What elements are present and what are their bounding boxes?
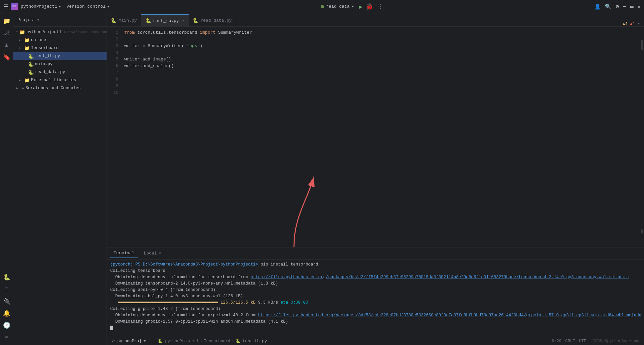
debug-button[interactable]: 🐞 <box>366 3 373 10</box>
terminal-icon-side[interactable]: ⌨ <box>2 332 12 342</box>
arrow-icon: ▾ <box>16 30 18 34</box>
clock-icon[interactable]: 🕐 <box>2 320 12 330</box>
git-icon[interactable]: ⎇ <box>2 28 12 38</box>
icon-bar-bottom: 🐍 ≡ 🔌 🔔 🕐 ⌨ <box>2 272 12 345</box>
tab-test-tb-py[interactable]: 🐍 test_tb.py × <box>141 14 189 26</box>
tab-terminal[interactable]: Terminal <box>110 249 138 258</box>
code-line-8 <box>124 76 644 83</box>
close-button[interactable]: ✕ <box>637 3 641 10</box>
code-line-3: writer = SummaryWriter("logs") <box>124 43 644 49</box>
warning-count-yellow: ▲4 <box>623 22 627 26</box>
status-bar: ⎇ pythonProject1 🐍 pythonProject1 › Tens… <box>107 337 644 345</box>
version-control-button[interactable]: Version control ▾ <box>66 4 110 9</box>
terminal-tab-label: Terminal <box>114 250 134 255</box>
maximize-button[interactable]: ▭ <box>630 3 634 10</box>
tree-item-main[interactable]: 🐍 main.py <box>13 60 107 68</box>
terminal-content: (pytorch) PS D:\Softwares\Anaconda3\Proj… <box>107 260 644 337</box>
tab-label: read_data.py <box>200 18 232 23</box>
file-icon: 🐍 <box>145 18 151 24</box>
tab-label: main.py <box>119 18 137 23</box>
tree-item-tensorboard[interactable]: ▾ 📁 Tensorboard <box>13 44 107 52</box>
tree-item-pythonProject1[interactable]: ▾ 📁 pythonProject1 D:\Softwares\Anaconda… <box>13 28 107 36</box>
code-content: from torch.utils.tensorboard import Summ… <box>120 27 644 247</box>
terminal-cursor <box>110 326 113 330</box>
link-1[interactable]: https://files.pythonhosted.org/packages/… <box>251 275 629 280</box>
line-numbers: 1234 5678 910 <box>107 27 120 247</box>
warning-count-red: ▲1 <box>630 22 635 26</box>
tab-read-data-py[interactable]: 🐍 read_data.py <box>189 14 236 26</box>
sidebar-header: Project ▾ <box>13 13 107 27</box>
sidebar-content: ▾ 📁 pythonProject1 D:\Softwares\Anaconda… <box>13 27 107 345</box>
editor-wrapper: 🐍 main.py 🐍 test_tb.py × 🐍 read_data.py … <box>107 13 644 345</box>
arrow-icon: ▶ <box>19 78 23 82</box>
title-bar-right: 👤 🔍 ⚙ — ▭ ✕ <box>594 3 641 10</box>
structure-icon[interactable]: ⊞ <box>2 40 12 50</box>
tab-main-py[interactable]: 🐍 main.py <box>107 14 141 26</box>
more-run-options[interactable]: ⋮ <box>378 3 383 10</box>
project-name-button[interactable]: pythonProject1 ▾ <box>21 4 61 9</box>
arrow-icon: ▶ <box>19 38 23 42</box>
tree-item-scratches[interactable]: ▶ ≡ Scratches and Consoles <box>13 84 107 92</box>
layers-icon[interactable]: ≡ <box>2 284 12 294</box>
git-branch[interactable]: ⎇ pythonProject1 <box>110 339 151 344</box>
breadcrumb-part-1[interactable]: 🐍 pythonProject1 <box>158 339 199 344</box>
breadcrumb-part-2[interactable]: Tensorboard <box>204 339 230 344</box>
code-line-1: from torch.utils.tensorboard import Summ… <box>124 29 644 36</box>
warnings-chevron[interactable]: ▾ <box>638 21 640 26</box>
term-line-progress: 126.5/126.5 kB 9.3 kB/s eta 0:00:00 <box>110 300 641 306</box>
hamburger-icon[interactable]: ☰ <box>3 3 8 10</box>
tree-item-test-tb[interactable]: 🐍 test_tb.py <box>13 52 107 60</box>
breadcrumb-part-3[interactable]: 🐍 test_tb.py <box>235 339 267 344</box>
local-tab-close[interactable]: × <box>159 251 161 255</box>
file-icon: 🐍 <box>193 18 198 23</box>
run-button[interactable]: ▶ <box>359 3 362 10</box>
term-line-1: (pytorch) PS D:\Softwares\Anaconda3\Proj… <box>110 262 641 268</box>
project-icon[interactable]: 📁 <box>2 16 12 26</box>
tree-item-external-libraries[interactable]: ▶ 📁 External Libraries <box>13 76 107 84</box>
scrollbar-marker-1 <box>641 229 643 233</box>
plugin-icon[interactable]: 🔌 <box>2 296 12 306</box>
python-icon[interactable]: 🐍 <box>2 272 12 282</box>
title-bar: ☰ PP pythonProject1 ▾ Version control ▾ … <box>0 0 644 13</box>
minimize-button[interactable]: — <box>623 4 626 10</box>
progress-bar <box>118 302 218 303</box>
term-line-5: Collecting absl-py>=0.4 (from tensorboar… <box>110 287 641 293</box>
status-left: ⎇ pythonProject1 <box>110 339 151 344</box>
profile-icon[interactable]: 👤 <box>594 3 601 10</box>
tab-close-button[interactable]: × <box>182 19 185 23</box>
term-line-8: Obtaining dependency information for grp… <box>110 312 641 319</box>
bookmarks-icon[interactable]: 🔖 <box>2 52 12 62</box>
icon-bar: 📁 ⎇ ⊞ 🔖 🐍 ≡ 🔌 🔔 🕐 ⌨ <box>0 13 13 345</box>
code-line-2 <box>124 36 644 43</box>
breadcrumb: 🐍 pythonProject1 › Tensorboard › 🐍 test_… <box>158 339 267 344</box>
title-bar-center: read_data ▾ ▶ 🐞 ⋮ <box>112 3 592 10</box>
title-bar-left: ☰ PP pythonProject1 ▾ Version control ▾ <box>3 3 110 10</box>
scratches-label: Scratches and Consoles <box>25 86 80 91</box>
bottom-panel: Terminal Local × (pytorch) PS D:\Softwar… <box>107 247 644 337</box>
code-line-9 <box>124 83 644 90</box>
sidebar-title: Project ▾ <box>17 17 39 23</box>
status-right: 6:20 CRLF UTF- CSDN·@pythonSuperman <box>552 339 641 344</box>
tree-item-read-data[interactable]: 🐍 read_data.py <box>13 68 107 76</box>
arrow-icon: ▾ <box>19 46 23 50</box>
watermark: CSDN·@pythonSuperman <box>593 339 641 344</box>
term-line-7: Collecting grpcio>=1.48.2 (from tensorbo… <box>110 306 641 312</box>
project-path: D:\Softwares\Anaconda3\ <box>64 30 107 34</box>
line-col[interactable]: 6:20 <box>552 339 561 344</box>
editor-area: 🐍 main.py 🐍 test_tb.py × 🐍 read_data.py … <box>107 13 644 247</box>
local-tab-label: Local <box>144 251 157 256</box>
line-ending[interactable]: CRLF <box>565 339 575 344</box>
term-line-2: Collecting tensorboard <box>110 268 641 274</box>
arrow-icon: ▶ <box>16 86 20 90</box>
scrollbar-track[interactable] <box>640 27 644 247</box>
code-editor[interactable]: 1234 5678 910 from torch.utils.tensorboa… <box>107 27 644 247</box>
link-2[interactable]: https://files.pythonhosted.org/packages/… <box>258 313 641 318</box>
term-line-6: Downloading absl_py-1.4.0-py3-none-any.w… <box>110 293 641 300</box>
tree-item-dataset[interactable]: ▶ 📁 dataset <box>13 36 107 44</box>
tab-local[interactable]: Local × <box>140 249 165 258</box>
settings-icon[interactable]: ⚙ <box>616 3 619 10</box>
run-config[interactable]: read_data ▾ ▶ 🐞 ⋮ <box>321 3 383 10</box>
notification-icon[interactable]: 🔔 <box>2 308 12 318</box>
search-icon[interactable]: 🔍 <box>605 3 612 10</box>
encoding[interactable]: UTF- <box>579 339 589 344</box>
